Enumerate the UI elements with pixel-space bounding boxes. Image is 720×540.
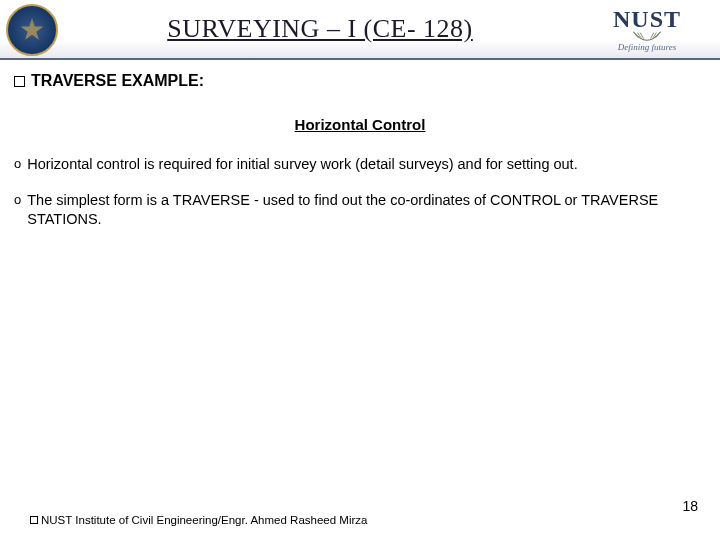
- section-heading: TRAVERSE EXAMPLE:: [31, 72, 204, 90]
- section-heading-row: TRAVERSE EXAMPLE:: [14, 72, 706, 90]
- footer-left: NUST Institute of Civil Engineering/Engr…: [30, 514, 367, 526]
- slide-title: SURVEYING – I (CE- 128): [58, 14, 582, 44]
- page-number: 18: [682, 498, 698, 514]
- slide-content: TRAVERSE EXAMPLE: Horizontal Control o H…: [0, 60, 720, 230]
- laurel-icon: [630, 29, 664, 43]
- nust-logo: NUST Defining futures: [582, 4, 712, 54]
- bullet-item: o The simplest form is a TRAVERSE - used…: [14, 191, 706, 230]
- footer-text: NUST Institute of Civil Engineering/Engr…: [41, 514, 367, 526]
- section-subheading: Horizontal Control: [14, 116, 706, 133]
- bullet-text: The simplest form is a TRAVERSE - used t…: [27, 191, 706, 230]
- slide-header: SURVEYING – I (CE- 128) NUST Defining fu…: [0, 0, 720, 60]
- institute-seal-icon: [6, 4, 58, 56]
- circle-bullet-icon: o: [14, 191, 21, 209]
- square-bullet-icon: [14, 76, 25, 87]
- nust-tagline: Defining futures: [618, 42, 676, 52]
- bullet-text: Horizontal control is required for initi…: [27, 155, 706, 175]
- nust-logo-text: NUST: [613, 7, 681, 31]
- circle-bullet-icon: o: [14, 155, 21, 173]
- bullet-item: o Horizontal control is required for ini…: [14, 155, 706, 175]
- square-bullet-icon: [30, 516, 38, 524]
- slide-footer: NUST Institute of Civil Engineering/Engr…: [0, 514, 720, 526]
